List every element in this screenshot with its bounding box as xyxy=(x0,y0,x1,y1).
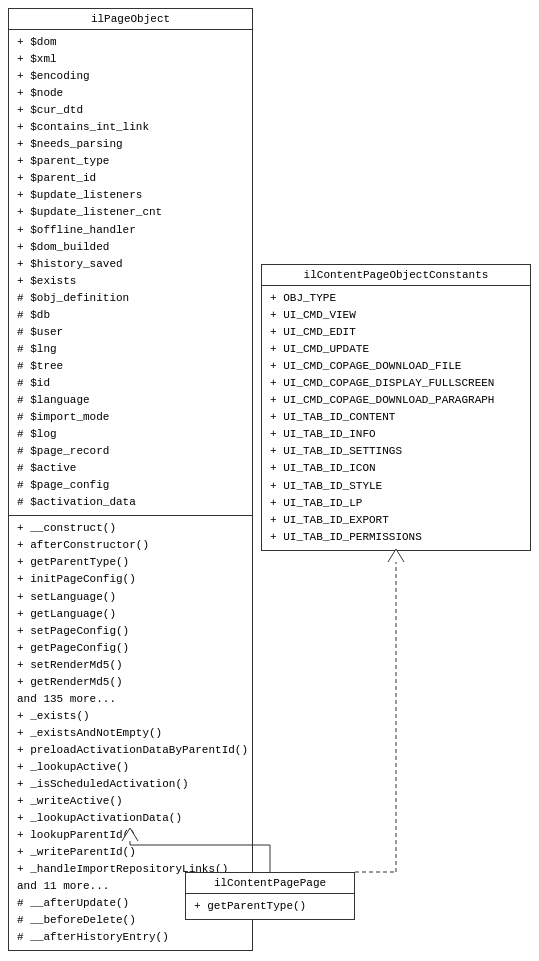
list-item: + _existsAndNotEmpty() xyxy=(17,725,244,742)
list-item: + $parent_type xyxy=(17,153,244,170)
list-item: # $language xyxy=(17,392,244,409)
list-item: + $dom_builded xyxy=(17,239,244,256)
list-item: # $page_config xyxy=(17,477,244,494)
list-item: + lookupParentId() xyxy=(17,827,244,844)
list-item: # $page_record xyxy=(17,443,244,460)
list-item: # __afterHistoryEntry() xyxy=(17,929,244,946)
list-item: + $exists xyxy=(17,273,244,290)
list-item: # $active xyxy=(17,460,244,477)
list-item: # $obj_definition xyxy=(17,290,244,307)
list-item: + initPageConfig() xyxy=(17,571,244,588)
list-item: + getPageConfig() xyxy=(17,640,244,657)
list-item: # $log xyxy=(17,426,244,443)
list-item: + UI_TAB_ID_STYLE xyxy=(270,478,522,495)
list-item: + $node xyxy=(17,85,244,102)
list-item: + $dom xyxy=(17,34,244,51)
list-item: + $contains_int_link xyxy=(17,119,244,136)
list-item: # $user xyxy=(17,324,244,341)
list-item: + UI_CMD_COPAGE_DISPLAY_FULLSCREEN xyxy=(270,375,522,392)
ilPageObject-attributes: + $dom+ $xml+ $encoding+ $node+ $cur_dtd… xyxy=(9,30,252,516)
list-item: + OBJ_TYPE xyxy=(270,290,522,307)
list-item: + _isScheduledActivation() xyxy=(17,776,244,793)
list-item: + $history_saved xyxy=(17,256,244,273)
list-item: + setRenderMd5() xyxy=(17,657,244,674)
list-item: + getLanguage() xyxy=(17,606,244,623)
list-item: + _writeParentId() xyxy=(17,844,244,861)
ilContentPageObjectConstants-box: ilContentPageObjectConstants + OBJ_TYPE+… xyxy=(261,264,531,551)
list-item: + UI_TAB_ID_SETTINGS xyxy=(270,443,522,460)
ilPageObject-box: ilPageObject + $dom+ $xml+ $encoding+ $n… xyxy=(8,8,253,951)
list-item: # $tree xyxy=(17,358,244,375)
list-item: + UI_TAB_ID_CONTENT xyxy=(270,409,522,426)
list-item: + preloadActivationDataByParentId() xyxy=(17,742,244,759)
ilContentPagePage-title: ilContentPagePage xyxy=(186,873,354,894)
ilContentPagePage-box: ilContentPagePage + getParentType() xyxy=(185,872,355,920)
list-item: + UI_TAB_ID_LP xyxy=(270,495,522,512)
diagram-container: ilPageObject + $dom+ $xml+ $encoding+ $n… xyxy=(0,0,539,961)
ilContentPagePage-methods: + getParentType() xyxy=(186,894,354,919)
list-item: + getParentType() xyxy=(194,898,346,915)
list-item: + $update_listeners xyxy=(17,187,244,204)
list-item: + UI_CMD_COPAGE_DOWNLOAD_FILE xyxy=(270,358,522,375)
list-item: + $needs_parsing xyxy=(17,136,244,153)
list-item: + _lookupActivationData() xyxy=(17,810,244,827)
list-item: + $parent_id xyxy=(17,170,244,187)
list-item: + $offline_handler xyxy=(17,222,244,239)
ilPageObject-title: ilPageObject xyxy=(9,9,252,30)
ilContentPageObjectConstants-title: ilContentPageObjectConstants xyxy=(262,265,530,286)
list-item: + UI_TAB_ID_EXPORT xyxy=(270,512,522,529)
list-item: # $activation_data xyxy=(17,494,244,511)
list-item: # $db xyxy=(17,307,244,324)
list-item: + afterConstructor() xyxy=(17,537,244,554)
list-item: + $xml xyxy=(17,51,244,68)
list-item: + UI_CMD_VIEW xyxy=(270,307,522,324)
list-item: + UI_TAB_ID_ICON xyxy=(270,460,522,477)
list-item: + UI_CMD_EDIT xyxy=(270,324,522,341)
list-item: + setLanguage() xyxy=(17,589,244,606)
list-item: + UI_CMD_UPDATE xyxy=(270,341,522,358)
list-item: + UI_TAB_ID_PERMISSIONS xyxy=(270,529,522,546)
ilContentPageObjectConstants-attributes: + OBJ_TYPE+ UI_CMD_VIEW+ UI_CMD_EDIT+ UI… xyxy=(262,286,530,550)
list-item: + UI_CMD_COPAGE_DOWNLOAD_PARAGRAPH xyxy=(270,392,522,409)
list-item: # $id xyxy=(17,375,244,392)
list-item: + getRenderMd5() xyxy=(17,674,244,691)
list-item: + UI_TAB_ID_INFO xyxy=(270,426,522,443)
list-item: + setPageConfig() xyxy=(17,623,244,640)
list-item: # $import_mode xyxy=(17,409,244,426)
list-item: + __construct() xyxy=(17,520,244,537)
list-item: + $update_listener_cnt xyxy=(17,204,244,221)
list-item: + $encoding xyxy=(17,68,244,85)
list-item: and 135 more... xyxy=(17,691,244,708)
list-item: + $cur_dtd xyxy=(17,102,244,119)
list-item: + getParentType() xyxy=(17,554,244,571)
list-item: + _lookupActive() xyxy=(17,759,244,776)
list-item: + _writeActive() xyxy=(17,793,244,810)
list-item: # $lng xyxy=(17,341,244,358)
list-item: + _exists() xyxy=(17,708,244,725)
